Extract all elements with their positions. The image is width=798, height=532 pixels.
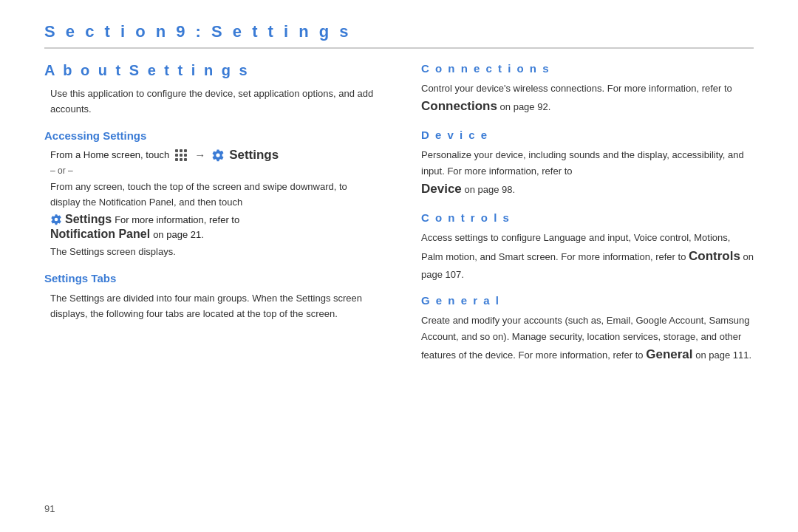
connections-large-term: Connections bbox=[421, 99, 497, 113]
notification-panel-page: on page 21. bbox=[153, 229, 204, 240]
device-large-term: Device bbox=[421, 182, 462, 196]
notification-panel-row: Notification Panel on page 21. bbox=[44, 228, 377, 241]
two-column-layout: A b o u t S e t t i n g s Use this appli… bbox=[44, 62, 754, 377]
gear-icon bbox=[211, 149, 225, 162]
device-title: D e v i c e bbox=[421, 129, 754, 141]
connections-title: C o n n e c t i o n s bbox=[421, 62, 754, 75]
accessing-settings-title: Accessing Settings bbox=[44, 129, 377, 142]
right-column: C o n n e c t i o n s Control your devic… bbox=[421, 62, 754, 377]
settings-screen-displays: The Settings screen displays. bbox=[44, 244, 377, 259]
or-line: – or – bbox=[44, 166, 377, 176]
left-column: A b o u t S e t t i n g s Use this appli… bbox=[44, 62, 377, 377]
refer-to-text: For more information, refer to bbox=[115, 214, 239, 225]
arrow-right-icon: → bbox=[194, 149, 205, 161]
page: S e c t i o n 9 : S e t t i n g s A b o … bbox=[0, 0, 798, 532]
notification-panel-label: Notification Panel bbox=[50, 228, 150, 241]
device-body: Personalize your device, including sound… bbox=[421, 147, 754, 200]
device-desc1: Personalize your device, including sound… bbox=[421, 149, 744, 176]
controls-title: C o n t r o l s bbox=[421, 211, 754, 224]
section-divider bbox=[44, 47, 754, 49]
page-number: 91 bbox=[44, 503, 55, 514]
section-title: S e c t i o n 9 : S e t t i n g s bbox=[44, 22, 754, 41]
general-title: G e n e r a l bbox=[421, 294, 754, 307]
controls-large-term: Controls bbox=[689, 249, 740, 263]
connections-desc1: Control your device's wireless connectio… bbox=[421, 83, 732, 94]
controls-body: Access settings to configure Language an… bbox=[421, 230, 754, 282]
connections-desc2: on page 92. bbox=[500, 101, 551, 112]
gear-icon-small bbox=[50, 214, 62, 225]
general-body: Create and modify your accounts (such as… bbox=[421, 313, 754, 365]
about-settings-desc: Use this application to configure the de… bbox=[44, 86, 377, 117]
accessing-step1-text: From a Home screen, touch bbox=[50, 149, 169, 160]
settings-tabs-desc: The Settings are divided into four main … bbox=[44, 290, 377, 322]
settings-tabs-title: Settings Tabs bbox=[44, 272, 377, 284]
controls-desc1: Access settings to configure Language an… bbox=[421, 232, 730, 262]
general-desc2: on page 111. bbox=[695, 349, 751, 361]
about-settings-title: A b o u t S e t t i n g s bbox=[44, 62, 377, 79]
accessing-step2-block: From any screen, touch the top of the sc… bbox=[44, 179, 377, 211]
device-desc2: on page 98. bbox=[464, 184, 515, 195]
settings-label: Settings bbox=[229, 148, 279, 163]
general-large-term: General bbox=[646, 347, 692, 361]
grid-icon bbox=[175, 149, 187, 161]
connections-body: Control your device's wireless connectio… bbox=[421, 81, 754, 117]
accessing-step1-row: From a Home screen, touch → bbox=[44, 148, 377, 163]
settings-inline-label: Settings bbox=[65, 213, 112, 226]
settings-then-touch-row: Settings For more information, refer to bbox=[44, 213, 377, 226]
accessing-step2-text1: From any screen, touch the top of the sc… bbox=[50, 181, 347, 208]
